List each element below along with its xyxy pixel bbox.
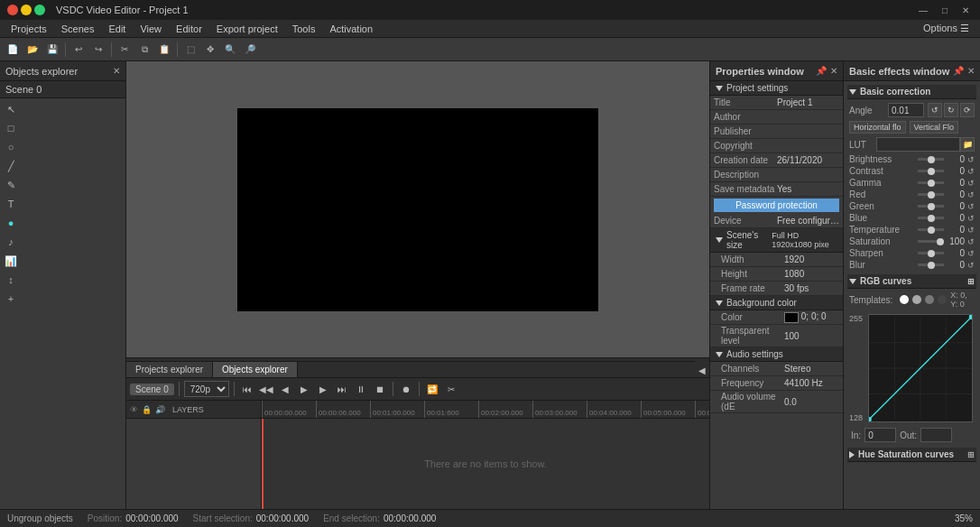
maximize-btn[interactable]: □ [938,5,951,15]
audio-settings-section[interactable]: Audio settings [710,347,843,362]
blue-reset[interactable]: ↺ [967,214,975,223]
saturation-slider[interactable] [918,240,944,243]
menu-tools[interactable]: Tools [285,20,323,37]
gamma-slider[interactable] [918,181,944,184]
brightness-reset[interactable]: ↺ [967,155,975,164]
tool-text[interactable]: T [2,195,20,213]
lut-browse-btn[interactable]: 📁 [960,137,975,152]
angle-reset-btn[interactable]: ↺ [928,103,942,117]
tl-btn-start[interactable]: ⏮ [239,381,255,397]
contrast-reset[interactable]: ↺ [967,167,975,176]
tool-select[interactable]: ↖ [2,100,20,118]
flip-h-btn[interactable]: Horizontal flo [849,121,906,134]
blur-reset[interactable]: ↺ [967,261,975,270]
toolbar-zoom-out[interactable]: 🔎 [241,41,259,59]
basic-correction-header[interactable]: Basic correction [847,85,976,99]
lut-input[interactable] [876,137,960,152]
tool-chart[interactable]: 📊 [2,252,20,270]
tool-add[interactable]: + [2,290,20,308]
tl-btn-pause[interactable]: ⏸ [353,381,369,397]
tool-audio[interactable]: ♪ [2,233,20,251]
rgb-curves-header[interactable]: RGB curves ⊞ [847,274,976,289]
tl-btn-stop[interactable]: ⏹ [372,381,388,397]
curve-dot-gray[interactable] [912,295,921,304]
tl-btn-prev[interactable]: ◀◀ [258,381,274,397]
toolbar-redo[interactable]: ↪ [89,41,107,59]
curve-dot-dark[interactable] [925,295,934,304]
hue-sat-header[interactable]: Hue Saturation curves ⊞ [847,448,976,462]
toolbar-paste[interactable]: 📋 [155,41,173,59]
angle-ccw-btn[interactable]: ⟳ [960,103,975,117]
sharpen-slider[interactable] [918,252,944,254]
blur-slider[interactable] [918,264,944,266]
minimize-btn[interactable]: — [915,5,931,15]
temperature-slider[interactable] [918,228,944,231]
toolbar-save[interactable]: 💾 [43,41,61,59]
hue-sat-options[interactable]: ⊞ [967,450,975,459]
menu-scenes[interactable]: Scenes [54,20,102,37]
window-minimize-icon[interactable] [21,5,32,15]
effects-close[interactable]: ✕ [967,66,975,76]
tool-circle[interactable]: ○ [2,138,20,156]
curve-canvas[interactable] [868,314,973,422]
tab-objects-explorer[interactable]: Objects explorer [213,361,298,377]
angle-cw-btn[interactable]: ↻ [944,103,958,117]
toolbar-select[interactable]: ⬚ [181,41,199,59]
curve-dot-darker[interactable] [938,295,947,304]
tl-btn-cut[interactable]: ✂ [443,381,459,397]
bg-color-section[interactable]: Background color [710,296,843,310]
toolbar-cut[interactable]: ✂ [116,41,134,59]
timeline-track-area[interactable]: There are no items to show. [262,419,709,509]
tl-btn-loop[interactable]: 🔁 [424,381,440,397]
toolbar-zoom-in[interactable]: 🔍 [221,41,239,59]
menu-edit[interactable]: Edit [101,20,133,37]
tl-btn-record[interactable]: ⏺ [398,381,414,397]
scene-item[interactable]: Scene 0 [0,81,125,98]
red-reset[interactable]: ↺ [967,190,975,199]
contrast-slider[interactable] [918,170,944,172]
red-slider[interactable] [918,193,944,196]
effects-pin[interactable]: 📌 [953,66,964,76]
toolbar-open[interactable]: 📂 [23,41,42,59]
menu-view[interactable]: View [133,20,169,37]
zoom-select[interactable]: 720p 1080p 480p [184,381,229,397]
curve-dot-white[interactable] [900,295,909,304]
window-maximize-icon[interactable] [34,5,45,15]
password-protection-btn[interactable]: Password protection [714,199,839,212]
tool-brush[interactable]: ● [2,214,20,232]
curve-in-input[interactable] [864,428,896,442]
tl-btn-play[interactable]: ▶ [296,381,312,397]
menu-activation[interactable]: Activation [322,20,380,37]
tl-btn-next[interactable]: ▶ [315,381,331,397]
angle-input[interactable] [888,103,924,117]
project-settings-section[interactable]: Project settings [710,81,843,96]
temperature-reset[interactable]: ↺ [967,226,975,235]
scene-size-section[interactable]: Scene's size Full HD 1920x1080 pixe [710,228,843,253]
close-btn[interactable]: ✕ [958,5,973,15]
menu-editor[interactable]: Editor [169,20,209,37]
tool-rect[interactable]: □ [2,119,20,137]
menu-projects[interactable]: Projects [4,20,54,37]
options-menu[interactable]: Options ☰ [916,20,976,37]
properties-close[interactable]: ✕ [830,66,837,76]
brightness-slider[interactable] [918,158,944,161]
green-slider[interactable] [918,205,944,208]
tl-btn-back[interactable]: ◀ [277,381,293,397]
gamma-reset[interactable]: ↺ [967,179,975,188]
toolbar-undo[interactable]: ↩ [69,41,88,59]
toggle-timeline-btn[interactable]: ◀ [695,363,709,377]
objects-explorer-close[interactable]: ✕ [113,66,120,76]
tool-pen[interactable]: ✎ [2,176,20,194]
sharpen-reset[interactable]: ↺ [967,249,975,258]
tl-btn-end[interactable]: ⏭ [334,381,350,397]
curves-options[interactable]: ⊞ [967,277,975,286]
menu-export[interactable]: Export project [209,20,285,37]
window-close-icon[interactable] [7,5,18,15]
saturation-reset[interactable]: ↺ [967,237,975,246]
green-reset[interactable]: ↺ [967,202,975,211]
toolbar-copy[interactable]: ⧉ [135,41,153,59]
toolbar-move[interactable]: ✥ [201,41,219,59]
toolbar-new[interactable]: 📄 [4,41,22,59]
color-swatch[interactable] [784,312,799,323]
tool-line[interactable]: ╱ [2,157,20,175]
